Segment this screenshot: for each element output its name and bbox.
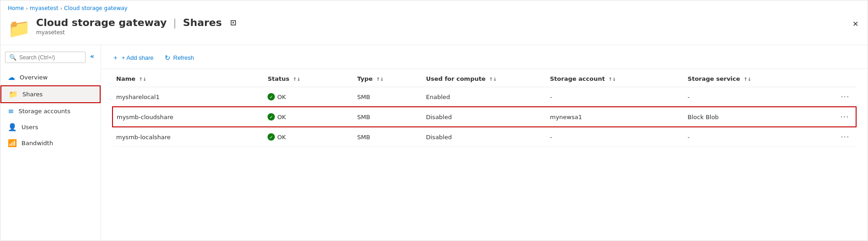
add-share-button[interactable]: ＋ + Add share <box>112 52 154 64</box>
col-header-type[interactable]: Type ↑↓ <box>354 71 423 87</box>
row-more-button-0[interactable]: ··· <box>838 92 852 102</box>
breadcrumb: Home › myasetest › Cloud storage gateway <box>0 0 868 14</box>
search-icon: 🔍 <box>9 54 16 61</box>
cell-type-2: SMB <box>354 127 423 147</box>
sort-icon-storage-account: ↑↓ <box>608 77 616 82</box>
cell-compute-1: Disabled <box>422 107 546 127</box>
main-content: ＋ + Add share ↻ Refresh Name ↑↓ <box>101 45 868 241</box>
refresh-label: Refresh <box>173 54 194 61</box>
sidebar-item-label-overview: Overview <box>20 74 48 81</box>
cell-compute-0: Enabled <box>422 87 546 107</box>
header-text-block: Cloud storage gateway | Shares ⊡ myasete… <box>36 17 236 36</box>
cell-status-2: ✓ OK <box>264 127 354 147</box>
wifi-icon: 📶 <box>8 139 17 147</box>
page-title-main: Cloud storage gateway <box>36 17 166 28</box>
print-icon[interactable]: ⊡ <box>230 18 236 27</box>
cell-storage-account-2: - <box>546 127 684 147</box>
search-input[interactable] <box>19 54 81 61</box>
col-header-actions <box>822 71 856 87</box>
refresh-button[interactable]: ↻ Refresh <box>165 52 194 64</box>
sort-icon-type: ↑↓ <box>376 77 384 82</box>
status-ok-icon-2: ✓ <box>268 133 275 141</box>
shares-table: Name ↑↓ Status ↑↓ Type ↑↓ <box>112 71 857 147</box>
close-button[interactable]: ✕ <box>851 18 860 30</box>
resource-subtitle: myasetest <box>36 29 236 36</box>
add-share-icon: ＋ <box>112 53 119 62</box>
toolbar: ＋ + Add share ↻ Refresh <box>101 45 868 69</box>
table-header-row: Name ↑↓ Status ↑↓ Type ↑↓ <box>113 71 856 87</box>
breadcrumb-myasetest[interactable]: myasetest <box>30 5 59 11</box>
page-header: 📁 Cloud storage gateway | Shares ⊡ myase… <box>0 14 868 45</box>
sort-icon-storage-service: ↑↓ <box>744 77 751 82</box>
cell-name-0: mysharelocal1 <box>113 87 264 107</box>
sidebar-item-storage-accounts[interactable]: ≡ Storage accounts <box>0 103 101 119</box>
cell-status-1: ✓ OK <box>264 107 354 127</box>
cell-actions-2: ··· <box>822 127 856 147</box>
sidebar-item-overview[interactable]: ☁ Overview <box>0 69 101 85</box>
main-container: Home › myasetest › Cloud storage gateway… <box>0 0 868 241</box>
breadcrumb-home[interactable]: Home <box>8 5 24 11</box>
sidebar: 🔍 « ☁ Overview 📁 Shares ≡ Storage accoun… <box>0 45 101 241</box>
cloud-icon: ☁ <box>8 73 15 82</box>
cell-actions-0: ··· <box>822 87 856 107</box>
storage-icon: ≡ <box>8 107 14 115</box>
shares-table-area: Name ↑↓ Status ↑↓ Type ↑↓ <box>101 71 868 147</box>
col-header-compute[interactable]: Used for compute ↑↓ <box>422 71 546 87</box>
row-more-button-1[interactable]: ··· <box>838 112 852 122</box>
sidebar-item-users[interactable]: 👤 Users <box>0 119 101 135</box>
col-header-storage-service[interactable]: Storage service ↑↓ <box>684 71 822 87</box>
table-row[interactable]: mysmb-localshare ✓ OK SMB Disabled - - ·… <box>113 127 856 147</box>
person-icon: 👤 <box>8 123 17 131</box>
table-row[interactable]: mysmb-cloudshare ✓ OK SMB Disabled mynew… <box>113 107 856 127</box>
cell-type-0: SMB <box>354 87 423 107</box>
status-label-0: OK <box>277 94 286 100</box>
cell-storage-service-0: - <box>684 87 822 107</box>
sidebar-item-label-bandwidth: Bandwidth <box>21 140 53 147</box>
sidebar-item-label-shares: Shares <box>22 91 43 98</box>
breadcrumb-sep-1: › <box>26 5 27 11</box>
cell-storage-account-0: - <box>546 87 684 107</box>
cell-type-1: SMB <box>354 107 423 127</box>
breadcrumb-cloud-storage-gateway[interactable]: Cloud storage gateway <box>64 5 128 11</box>
refresh-icon: ↻ <box>165 54 171 62</box>
col-header-status[interactable]: Status ↑↓ <box>264 71 354 87</box>
page-title: Cloud storage gateway | Shares ⊡ <box>36 17 236 28</box>
collapse-sidebar-button[interactable]: « <box>90 52 96 60</box>
sidebar-item-label-storage-accounts: Storage accounts <box>18 108 70 115</box>
sidebar-item-shares[interactable]: 📁 Shares <box>0 85 101 103</box>
table-row[interactable]: mysharelocal1 ✓ OK SMB Enabled - - ··· <box>113 87 856 107</box>
cell-actions-1: ··· <box>822 107 856 127</box>
body-layout: 🔍 « ☁ Overview 📁 Shares ≡ Storage accoun… <box>0 45 868 241</box>
title-pipe: | <box>173 17 176 28</box>
table-body: mysharelocal1 ✓ OK SMB Enabled - - ··· m… <box>113 87 856 147</box>
status-label-2: OK <box>277 134 286 141</box>
sort-icon-status: ↑↓ <box>293 77 300 82</box>
sort-icon-name: ↑↓ <box>139 77 147 82</box>
nav-list: ☁ Overview 📁 Shares ≡ Storage accounts 👤… <box>0 69 101 151</box>
breadcrumb-sep-2: › <box>60 5 62 11</box>
col-header-storage-account[interactable]: Storage account ↑↓ <box>546 71 684 87</box>
status-ok-icon-0: ✓ <box>268 93 275 100</box>
sidebar-item-bandwidth[interactable]: 📶 Bandwidth <box>0 135 101 151</box>
resource-icon: 📁 <box>8 18 31 39</box>
folder-icon: 📁 <box>9 90 18 99</box>
cell-name-1: mysmb-cloudshare <box>113 107 264 127</box>
cell-storage-service-2: - <box>684 127 822 147</box>
cell-status-0: ✓ OK <box>264 87 354 107</box>
status-label-1: OK <box>277 114 286 120</box>
sort-icon-compute: ↑↓ <box>489 77 497 82</box>
cell-storage-service-1: Block Blob <box>684 107 822 127</box>
cell-storage-account-1: mynewsa1 <box>546 107 684 127</box>
row-more-button-2[interactable]: ··· <box>838 132 852 142</box>
sidebar-item-label-users: Users <box>21 124 38 131</box>
search-box: 🔍 <box>5 52 86 63</box>
status-ok-icon-1: ✓ <box>268 113 275 120</box>
page-section: Shares <box>183 17 222 28</box>
cell-compute-2: Disabled <box>422 127 546 147</box>
add-share-label: + Add share <box>122 54 154 61</box>
search-row: 🔍 « <box>0 49 101 68</box>
cell-name-2: mysmb-localshare <box>113 127 264 147</box>
col-header-name[interactable]: Name ↑↓ <box>113 71 264 87</box>
